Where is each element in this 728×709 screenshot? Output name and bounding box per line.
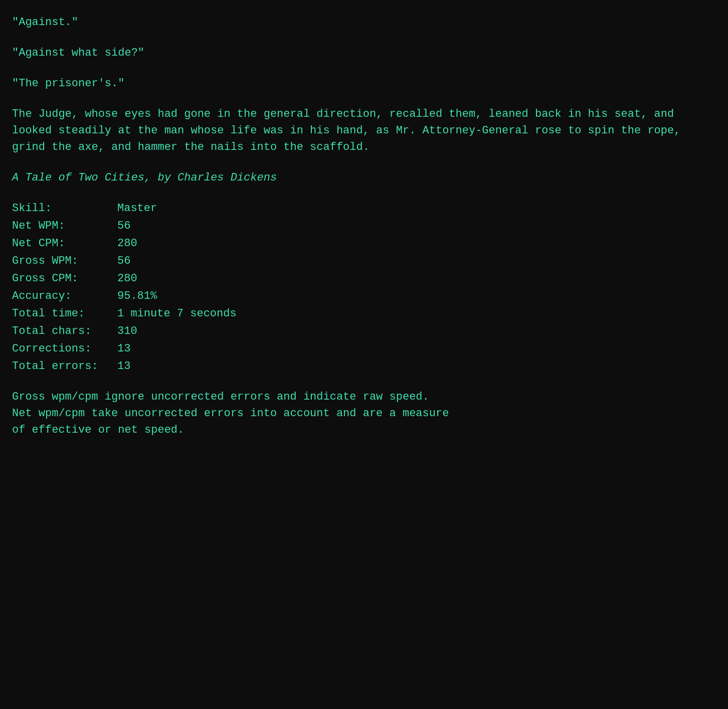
- total-time-value: 1 minute 7 seconds: [117, 305, 716, 322]
- net-cpm-row: Net CPM: 280: [12, 235, 716, 252]
- accuracy-label: Accuracy:: [12, 288, 117, 304]
- gross-cpm-row: Gross CPM: 280: [12, 270, 716, 287]
- dialogue-line-3: "The prisoner's.": [12, 75, 716, 92]
- net-cpm-value: 280: [117, 235, 716, 252]
- net-wpm-row: Net WPM: 56: [12, 218, 716, 234]
- total-chars-value: 310: [117, 323, 716, 339]
- dialogue-line-1: "Against.": [12, 14, 716, 31]
- net-wpm-label: Net WPM:: [12, 218, 117, 234]
- gross-wpm-row: Gross WPM: 56: [12, 253, 716, 269]
- total-errors-value: 13: [117, 358, 716, 375]
- corrections-row: Corrections: 13: [12, 340, 716, 357]
- total-chars-label: Total chars:: [12, 323, 117, 339]
- source-attribution: A Tale of Two Cities, by Charles Dickens: [12, 169, 716, 186]
- total-errors-row: Total errors: 13: [12, 358, 716, 375]
- stats-section: Skill: Master Net WPM: 56 Net CPM: 280 G…: [12, 200, 716, 375]
- footnote-line-1: Gross wpm/cpm ignore uncorrected errors …: [12, 389, 716, 405]
- accuracy-value: 95.81%: [117, 288, 716, 304]
- net-cpm-label: Net CPM:: [12, 235, 117, 252]
- total-chars-row: Total chars: 310: [12, 323, 716, 339]
- net-wpm-value: 56: [117, 218, 716, 234]
- gross-wpm-value: 56: [117, 253, 716, 269]
- accuracy-row: Accuracy: 95.81%: [12, 288, 716, 304]
- skill-label: Skill:: [12, 200, 117, 217]
- gross-wpm-label: Gross WPM:: [12, 253, 117, 269]
- total-errors-label: Total errors:: [12, 358, 117, 375]
- footnote-line-3: of effective or net speed.: [12, 422, 716, 438]
- gross-cpm-value: 280: [117, 270, 716, 287]
- total-time-row: Total time: 1 minute 7 seconds: [12, 305, 716, 322]
- corrections-value: 13: [117, 340, 716, 357]
- main-paragraph: The Judge, whose eyes had gone in the ge…: [12, 106, 716, 155]
- total-time-label: Total time:: [12, 305, 117, 322]
- footnote-section: Gross wpm/cpm ignore uncorrected errors …: [12, 389, 716, 438]
- skill-row: Skill: Master: [12, 200, 716, 217]
- dialogue-line-2: "Against what side?": [12, 45, 716, 61]
- gross-cpm-label: Gross CPM:: [12, 270, 117, 287]
- skill-value: Master: [117, 200, 716, 217]
- corrections-label: Corrections:: [12, 340, 117, 357]
- footnote-line-2: Net wpm/cpm take uncorrected errors into…: [12, 405, 716, 422]
